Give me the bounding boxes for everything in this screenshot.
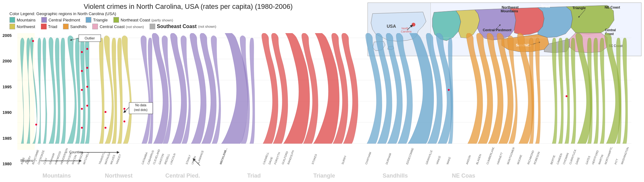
northwest-label: Northwest <box>17 24 35 29</box>
region-triad: Triad <box>247 173 261 179</box>
svg-text:WASHINGTON: WASHINGTON <box>620 147 629 165</box>
svg-text:No data: No data <box>135 103 146 107</box>
svg-text:CHATHAM: CHATHAM <box>364 151 372 165</box>
svg-point-37 <box>105 127 106 129</box>
svg-point-27 <box>81 51 83 53</box>
svg-point-39 <box>123 120 125 122</box>
svg-text:WAKE: WAKE <box>446 156 451 165</box>
svg-point-28 <box>81 70 83 72</box>
region-northwest: Northwest <box>105 173 133 179</box>
svg-text:ANSON: ANSON <box>465 155 471 165</box>
y-label-1985: 1985 <box>3 136 12 141</box>
svg-text:LINCOLN: LINCOLN <box>169 153 176 165</box>
svg-text:DARE: DARE <box>575 157 580 165</box>
svg-text:Triangle: Triangle <box>573 6 586 10</box>
legend-se-coast: Southeast Coast (not shown) <box>150 24 216 29</box>
title-area: Violent crimes in North Carolina, USA (r… <box>9 3 367 29</box>
svg-text:ASHE: ASHE <box>20 157 25 165</box>
svg-point-32 <box>86 48 88 50</box>
svg-point-41 <box>566 95 567 97</box>
ne-coast-swatch <box>113 17 119 23</box>
svg-text:DAVIE: DAVIE <box>268 156 273 165</box>
svg-text:MOORE: MOORE <box>516 154 522 165</box>
svg-text:BERTIE: BERTIE <box>550 155 556 165</box>
svg-text:VANCE: VANCE <box>435 155 441 165</box>
main-title: Violent crimes in North Carolina, USA (r… <box>9 3 367 11</box>
svg-text:PITT: PITT <box>614 158 619 165</box>
legend-central-piedmont: Central Piedmont <box>41 17 80 23</box>
svg-text:YANCEY: YANCEY <box>115 154 122 165</box>
svg-text:MARTIN: MARTIN <box>597 154 604 165</box>
svg-point-36 <box>105 111 106 113</box>
region-ne-coast: NE Coas <box>452 173 475 179</box>
svg-text:AVERY: AVERY <box>26 156 31 165</box>
svg-text:DURHAM: DURHAM <box>385 153 392 165</box>
county-labels: ASHE AVERY BUNCOMBE CHEROKEE CLAY GRAHAM… <box>17 147 644 166</box>
legend-northeast-coast: Northeast Coast (partly shown) <box>113 17 173 23</box>
svg-text:EDGECOMBE: EDGECOMBE <box>405 147 414 165</box>
svg-text:SURRY: SURRY <box>341 155 347 165</box>
mountains-swatch <box>9 17 15 23</box>
svg-text:NE Coast: NE Coast <box>605 5 620 9</box>
y-label-2000: 2000 <box>3 59 12 63</box>
svg-text:ROBESON: ROBESON <box>533 151 540 165</box>
central-coast-swatch <box>92 24 98 29</box>
y-axis: 2005 2000 1995 1990 1985 1980 <box>3 33 12 166</box>
legend-sandhills: Sandhills <box>63 24 87 29</box>
svg-text:GATES: GATES <box>585 155 591 165</box>
svg-text:(red dots): (red dots) <box>134 108 148 112</box>
svg-text:CHOWAN: CHOWAN <box>562 152 569 165</box>
triangle-swatch <box>86 17 91 23</box>
legend-row-2: Northwest Triad Sandhills Central Coast … <box>9 24 367 29</box>
svg-point-40 <box>448 89 450 91</box>
svg-text:Central Piedmont: Central Piedmont <box>483 28 511 32</box>
y-label-1980: 1980 <box>3 161 12 166</box>
svg-text:MONTGOMERY: MONTGOMERY <box>506 147 516 165</box>
legend-northwest: Northwest <box>9 24 35 29</box>
violin-chart-svg: Outlier No data (red dots) Width = value… <box>17 33 631 166</box>
svg-text:Outlier: Outlier <box>85 36 95 40</box>
svg-point-0 <box>412 23 415 26</box>
y-label-2005: 2005 <box>3 33 12 38</box>
legend-row-1: Mountains Central Piedmont Triangle Nort… <box>9 17 367 23</box>
svg-text:STOKES: STOKES <box>311 154 317 165</box>
y-label-1990: 1990 <box>3 110 12 115</box>
svg-text:Northwest: Northwest <box>502 5 519 9</box>
central-piedmont-label: Central Piedmont <box>48 18 80 22</box>
y-label-1995: 1995 <box>3 85 12 89</box>
mountains-label: Mountains <box>17 18 36 22</box>
svg-point-26 <box>35 124 37 126</box>
se-coast-swatch <box>150 24 155 29</box>
svg-text:Central: Central <box>605 28 616 32</box>
northwest-swatch <box>9 24 15 29</box>
sandhills-swatch <box>63 24 69 29</box>
svg-text:USA: USA <box>387 24 396 29</box>
chart-area: 2005 2000 1995 1990 1985 1980 <box>0 33 644 182</box>
svg-point-34 <box>86 86 88 88</box>
triangle-label: Triangle <box>93 18 107 22</box>
svg-text:CUMBERLAND: CUMBERLAND <box>486 147 495 165</box>
svg-text:MECKLENB...: MECKLENB... <box>219 147 228 165</box>
legend-central-coast: Central Coast (not shown) <box>92 24 144 29</box>
svg-point-38 <box>123 108 125 110</box>
ne-coast-label: Northeast Coast (partly shown) <box>121 18 173 22</box>
se-coast-label: Southeast Coast <box>157 24 197 29</box>
region-labels-row: Mountains Northwest Central Pied. Triad … <box>17 173 644 181</box>
county-labels-svg: ASHE AVERY BUNCOMBE CHEROKEE CLAY GRAHAM… <box>17 147 631 166</box>
svg-point-29 <box>81 89 83 91</box>
svg-line-48 <box>124 107 129 112</box>
svg-text:Carolina: Carolina <box>401 30 412 33</box>
svg-text:NORTHAMPTON: NORTHAMPTON <box>604 147 614 165</box>
triad-swatch <box>41 24 47 29</box>
svg-point-35 <box>86 105 88 107</box>
region-central-pied: Central Pied. <box>165 173 200 179</box>
svg-text:STANLY: STANLY <box>185 154 191 165</box>
main-container: Violent crimes in North Carolina, USA (r… <box>0 0 644 182</box>
se-coast-note: (not shown) <box>198 25 216 28</box>
svg-text:HARNETT: HARNETT <box>496 152 503 165</box>
legend-mountains: Mountains <box>9 17 36 23</box>
svg-point-31 <box>81 127 83 129</box>
svg-text:FORSYTH: FORSYTH <box>273 152 281 165</box>
svg-text:CLAY: CLAY <box>43 157 48 165</box>
svg-text:BLADEN: BLADEN <box>475 154 482 165</box>
